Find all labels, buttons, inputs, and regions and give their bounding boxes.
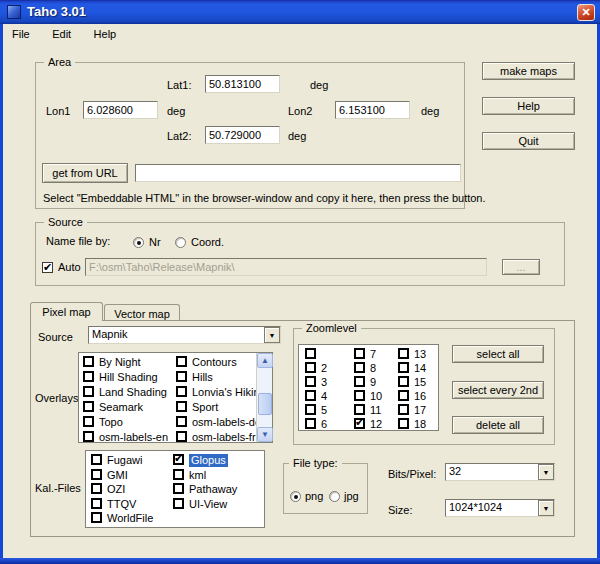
scroll-up-icon[interactable]: ▲ [257,353,273,368]
overlay-checkbox[interactable] [176,371,187,382]
zoom-label[interactable]: 6 [321,418,327,431]
overlay-checkbox[interactable] [83,371,94,382]
zoom-label[interactable]: 16 [414,390,426,403]
zoom-label[interactable]: 11 [370,404,381,417]
zoom-checkbox[interactable] [398,418,409,429]
overlay-label[interactable]: osm-labels-en [99,431,168,444]
kal-checkbox[interactable] [173,483,184,494]
zoom-checkbox[interactable] [305,390,316,401]
quit-button[interactable]: Quit [482,132,575,150]
zoom-label[interactable]: 17 [414,404,426,417]
browse-button[interactable]: ... [502,259,540,275]
zoom-label[interactable]: 12 [370,418,382,431]
zoom-checkbox[interactable] [354,390,365,401]
zoom-label[interactable]: 7 [370,348,376,361]
zoom-label[interactable]: 13 [414,348,426,361]
auto-checkbox[interactable] [42,262,53,273]
zoom-label[interactable]: 3 [321,376,327,389]
kal-label[interactable]: TTQV [107,498,136,511]
overlay-label[interactable]: Hill Shading [99,371,158,384]
zoom-checkbox[interactable] [305,376,316,387]
size-dropdown[interactable]: 1024*1024 ▼ [445,499,555,517]
close-button[interactable]: ✕ [577,4,595,21]
radio-coord[interactable] [175,237,186,248]
lat1-input[interactable] [205,75,280,93]
overlay-label[interactable]: Topo [99,416,123,429]
kal-label[interactable]: UI-View [189,498,227,511]
chevron-down-icon[interactable]: ▼ [264,327,280,343]
overlay-label[interactable]: Seamark [99,401,143,414]
overlay-checkbox[interactable] [176,401,187,412]
bits-pixel-dropdown[interactable]: 32 ▼ [445,463,555,481]
kal-checkbox[interactable] [91,498,102,509]
lon1-input[interactable] [83,101,158,119]
overlay-label[interactable]: Contours [192,356,237,369]
menu-help[interactable]: Help [85,25,126,45]
overlay-label[interactable]: Sport [192,401,218,414]
chevron-down-icon[interactable]: ▼ [538,500,554,516]
menu-file[interactable]: File [3,25,39,45]
zoom-label[interactable]: 10 [370,390,382,403]
zoom-label[interactable]: 18 [414,418,426,431]
overlay-label[interactable]: Land Shading [99,386,167,399]
zoom-checkbox[interactable] [354,376,365,387]
zoom-checkbox[interactable] [305,362,316,373]
kal-checkbox[interactable] [173,469,184,480]
pm-source-dropdown[interactable]: Mapnik ▼ [88,326,281,344]
tab-vector-map[interactable]: Vector map [104,304,180,320]
scroll-down-icon[interactable]: ▼ [257,427,273,442]
kal-label[interactable]: Fugawi [107,454,142,467]
zoom-checkbox[interactable] [398,390,409,401]
zoom-label[interactable]: 4 [321,390,327,403]
zoom-checkbox[interactable] [354,348,365,359]
zoom-checkbox[interactable] [398,348,409,359]
zoom-checkbox[interactable] [398,376,409,387]
select-all-button[interactable]: select all [452,345,544,363]
help-button[interactable]: Help [482,97,575,115]
kal-checkbox-glopus[interactable] [173,454,184,465]
overlay-label[interactable]: osm-labels-fr [192,431,256,444]
overlay-checkbox[interactable] [176,386,187,397]
scrollbar-thumb[interactable] [258,393,272,415]
lat2-input[interactable] [205,126,280,144]
make-maps-button[interactable]: make maps [482,62,575,80]
overlay-checkbox[interactable] [176,431,187,442]
select-every-2nd-button[interactable]: select every 2nd [452,381,544,399]
overlay-label[interactable]: By Night [99,356,141,369]
zoom-checkbox[interactable] [305,348,316,359]
kal-checkbox[interactable] [91,469,102,480]
overlay-label[interactable]: Hills [192,371,213,384]
radio-nr[interactable] [133,237,144,248]
path-input[interactable] [85,258,487,276]
zoom-label[interactable]: 8 [370,362,376,375]
overlays-scrollbar[interactable]: ▲ ▼ [256,353,272,442]
zoom-label[interactable]: 2 [321,362,327,375]
kal-checkbox[interactable] [91,512,102,523]
zoom-label[interactable]: 5 [321,404,327,417]
url-input[interactable] [135,164,461,182]
zoom-checkbox[interactable] [305,404,316,415]
menu-edit[interactable]: Edit [43,25,80,45]
get-from-url-button[interactable]: get from URL [42,163,128,183]
overlay-label[interactable]: Lonvia's Hiking [192,386,266,399]
zoom-label[interactable]: 9 [370,376,376,389]
radio-png[interactable] [290,491,301,502]
zoom-label[interactable]: 15 [414,376,426,389]
delete-all-button[interactable]: delete all [452,416,544,434]
overlay-label[interactable]: osm-labels-de [192,416,261,429]
chevron-down-icon[interactable]: ▼ [538,464,554,480]
kal-label-glopus[interactable]: Glopus [189,454,228,467]
overlay-checkbox[interactable] [83,416,94,427]
zoom-checkbox[interactable] [305,418,316,429]
kal-label[interactable]: Pathaway [189,483,237,496]
zoom-checkbox[interactable] [398,404,409,415]
overlay-checkbox[interactable] [83,386,94,397]
kal-label[interactable]: kml [189,469,206,482]
kal-label[interactable]: OZI [107,483,125,496]
lon2-input[interactable] [335,101,410,119]
zoom-checkbox[interactable] [354,404,365,415]
overlay-checkbox[interactable] [83,431,94,442]
radio-jpg[interactable] [329,491,340,502]
overlay-checkbox[interactable] [176,416,187,427]
zoom-checkbox[interactable] [354,362,365,373]
